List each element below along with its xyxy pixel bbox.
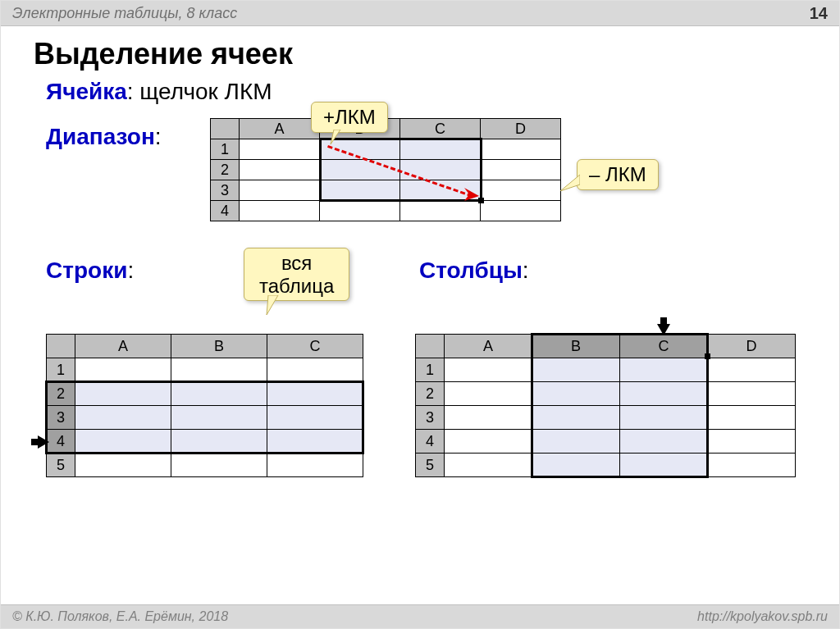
cell-selected[interactable]	[400, 160, 481, 180]
cell-selected[interactable]	[532, 382, 620, 406]
svg-marker-1	[331, 130, 340, 144]
svg-marker-0	[464, 188, 479, 201]
col-header-d[interactable]: D	[481, 119, 561, 139]
cell[interactable]	[320, 201, 400, 221]
cell-selected[interactable]	[620, 454, 708, 477]
cell-selected[interactable]	[171, 382, 267, 406]
row-header[interactable]: 4	[416, 430, 445, 454]
cell[interactable]	[481, 139, 561, 160]
cell-selected[interactable]	[75, 382, 171, 406]
sheet-rows: A B C 1 2 3 4 5	[46, 334, 363, 477]
cell[interactable]	[481, 160, 561, 180]
cell[interactable]	[445, 358, 532, 382]
callout-pointer	[560, 171, 580, 191]
corner-cell[interactable]	[416, 335, 445, 358]
callout-whole-table-l1: вся	[281, 252, 312, 274]
cell-selected[interactable]	[75, 430, 171, 454]
cell-selected[interactable]	[75, 406, 171, 430]
cell-selected[interactable]	[532, 454, 620, 477]
svg-marker-2	[560, 175, 580, 191]
cell[interactable]	[171, 358, 267, 382]
row-header-selected[interactable]: 4	[47, 430, 75, 454]
sheet-range: A B C D 1 2 3	[210, 118, 561, 221]
header-subject: Электронные таблицы, 8 класс	[12, 5, 237, 22]
row-header[interactable]: 1	[47, 358, 75, 382]
cell[interactable]	[240, 180, 320, 201]
corner-cell[interactable]	[47, 335, 75, 358]
callout-pointer	[263, 295, 283, 317]
col-header-c[interactable]: C	[400, 119, 481, 139]
cell-selected[interactable]	[532, 406, 620, 430]
cell[interactable]	[267, 454, 363, 477]
row-header[interactable]: 5	[416, 454, 445, 477]
col-header[interactable]: C	[267, 335, 363, 358]
callout-plus-lkm: +ЛКМ	[311, 102, 388, 133]
row-header[interactable]: 3	[211, 180, 240, 201]
sheet-cols: A B C D 1 2 3 4 5	[415, 334, 796, 477]
footer-copyright: © К.Ю. Поляков, Е.А. Ерёмин, 2018	[12, 609, 228, 624]
row-header[interactable]: 4	[211, 201, 240, 221]
cell[interactable]	[708, 406, 796, 430]
callout-whole-table-l2: таблица	[259, 275, 334, 297]
cell-selected[interactable]	[620, 358, 708, 382]
cell-selected[interactable]	[620, 406, 708, 430]
cell[interactable]	[481, 180, 561, 201]
cell-selected[interactable]	[267, 430, 363, 454]
label-cols: Столбцы:	[419, 258, 529, 284]
cell[interactable]	[708, 454, 796, 477]
cell[interactable]	[171, 454, 267, 477]
cell[interactable]	[445, 430, 532, 454]
cell[interactable]	[481, 201, 561, 221]
callout-pointer	[327, 130, 344, 146]
cell-selected[interactable]	[267, 406, 363, 430]
footer-bar: © К.Ю. Поляков, Е.А. Ерёмин, 2018 http:/…	[1, 604, 839, 628]
cell-selected[interactable]	[400, 139, 481, 160]
selection-handle[interactable]	[705, 353, 710, 359]
cell-selected[interactable]	[532, 430, 620, 454]
col-header[interactable]: A	[445, 335, 532, 358]
corner-cell[interactable]	[211, 119, 240, 139]
slide-title: Выделение ячеек	[34, 37, 839, 71]
cell[interactable]	[240, 201, 320, 221]
cell-selected[interactable]	[620, 382, 708, 406]
footer-url: http://kpolyakov.spb.ru	[697, 609, 828, 624]
cell[interactable]	[240, 139, 320, 160]
row-header[interactable]: 2	[211, 160, 240, 180]
label-cell-term: Ячейка	[46, 79, 127, 104]
col-header[interactable]: B	[171, 335, 267, 358]
cell[interactable]	[445, 382, 532, 406]
label-rows-term: Строки	[46, 258, 127, 283]
svg-marker-3	[267, 295, 278, 315]
row-header[interactable]: 1	[416, 358, 445, 382]
row-header[interactable]: 1	[211, 139, 240, 160]
cell[interactable]	[240, 160, 320, 180]
col-header-selected[interactable]: B	[532, 335, 620, 358]
row-header-selected[interactable]: 2	[47, 382, 75, 406]
cell-selected[interactable]	[171, 406, 267, 430]
col-header[interactable]: D	[708, 335, 796, 358]
row-header[interactable]: 2	[416, 382, 445, 406]
cell[interactable]	[708, 382, 796, 406]
cell-selected[interactable]	[320, 160, 400, 180]
col-header[interactable]: A	[75, 335, 171, 358]
cell[interactable]	[75, 454, 171, 477]
cell[interactable]	[445, 406, 532, 430]
cell-selected[interactable]	[620, 430, 708, 454]
cell[interactable]	[708, 358, 796, 382]
cell[interactable]	[708, 430, 796, 454]
cell-selected[interactable]	[320, 180, 400, 201]
row-header[interactable]: 5	[47, 454, 75, 477]
col-header-selected[interactable]: C	[620, 335, 708, 358]
cell[interactable]	[267, 358, 363, 382]
cell-selected[interactable]	[267, 382, 363, 406]
header-bar: Электронные таблицы, 8 класс 14	[1, 1, 839, 26]
label-cell: Ячейка: щелчок ЛКМ	[46, 79, 272, 105]
cell-selected[interactable]	[171, 430, 267, 454]
cell[interactable]	[75, 358, 171, 382]
cell[interactable]	[445, 454, 532, 477]
callout-whole-table: вся таблица	[244, 248, 349, 301]
row-header-selected[interactable]: 3	[47, 406, 75, 430]
cell-selected[interactable]	[532, 358, 620, 382]
col-header-a[interactable]: A	[240, 119, 320, 139]
row-header[interactable]: 3	[416, 406, 445, 430]
